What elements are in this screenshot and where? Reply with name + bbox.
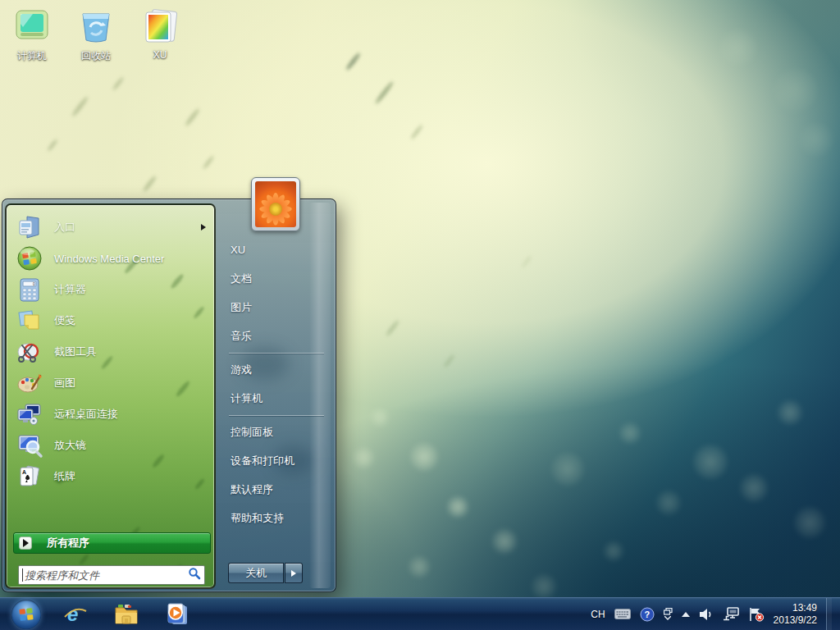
start-menu-item-calculator[interactable]: 0 计算器 — [7, 274, 214, 305]
show-desktop-button[interactable] — [826, 598, 832, 630]
avatar-flower-picture — [255, 181, 296, 227]
svg-text:A: A — [22, 469, 26, 475]
start-menu-computer[interactable]: 计算机 — [217, 384, 332, 413]
theme-picture-icon — [140, 5, 180, 48]
text-caret — [22, 568, 23, 582]
shutdown-options-arrow[interactable] — [285, 563, 303, 583]
start-menu-right-pane: XU 文档 图片 音乐 游戏 计算机 控制面板 设备和打印机 默认程序 帮助和支… — [217, 235, 332, 532]
submenu-arrow-icon — [201, 224, 206, 231]
taskbar: e — [0, 597, 840, 630]
desktop-icon-label: 计算机 — [17, 49, 47, 63]
start-menu-default-programs[interactable]: 默认程序 — [217, 475, 332, 504]
start-menu-program-list: 入口 — [7, 212, 214, 492]
desktop-icon-label: XU — [153, 49, 167, 61]
show-hidden-icons-button[interactable] — [682, 612, 690, 617]
start-menu-documents[interactable]: 文档 — [217, 264, 332, 293]
all-programs-arrow-icon — [19, 536, 32, 550]
desktop-icon-computer[interactable]: 计算机 — [7, 5, 57, 63]
start-menu-left-pane: 入口 — [5, 203, 216, 589]
start-menu-item-solitaire[interactable]: A 纸牌 — [7, 461, 214, 492]
taskbar-clock[interactable]: 13:49 2013/9/22 — [774, 602, 817, 627]
keyboard-icon[interactable] — [614, 609, 631, 619]
start-menu-item-remote-desktop[interactable]: 远程桌面连接 — [7, 399, 214, 430]
start-menu-pictures[interactable]: 图片 — [217, 293, 332, 322]
search-box — [18, 565, 205, 585]
desktop-icon-xu-theme[interactable]: XU — [135, 5, 185, 63]
internet-explorer-icon: e — [63, 602, 88, 627]
language-indicator[interactable]: CH — [591, 609, 605, 620]
action-center-flag-icon[interactable] — [748, 607, 765, 622]
start-menu-item-paint[interactable]: 画图 — [7, 368, 214, 399]
chevron-down-icon — [664, 616, 671, 620]
taskbar-internet-explorer[interactable]: e — [59, 600, 92, 629]
all-programs-button[interactable]: 所有程序 — [13, 532, 211, 554]
folder-icon — [114, 603, 139, 626]
start-menu-control-panel[interactable]: 控制面板 — [217, 418, 332, 446]
user-avatar[interactable] — [251, 177, 300, 231]
shutdown-button[interactable]: 关机 — [228, 563, 284, 583]
menu-item-label: Windows Media Center — [54, 253, 164, 265]
all-programs-label: 所有程序 — [47, 536, 89, 550]
start-menu-devices-printers[interactable]: 设备和打印机 — [217, 446, 332, 475]
search-icon[interactable] — [188, 567, 201, 583]
svg-text:?: ? — [644, 609, 650, 619]
window-switch-control[interactable] — [664, 608, 673, 620]
start-menu-games[interactable]: 游戏 — [217, 355, 332, 384]
computer-icon — [12, 5, 52, 48]
start-menu: XU 文档 图片 音乐 游戏 计算机 控制面板 设备和打印机 默认程序 帮助和支… — [2, 199, 336, 592]
start-menu-item-magnifier[interactable]: 放大镜 — [7, 430, 214, 461]
recycle-bin-icon — [76, 5, 116, 48]
menu-item-label: 便笺 — [54, 313, 75, 328]
clock-time: 13:49 — [774, 602, 817, 614]
search-input[interactable] — [25, 569, 188, 582]
taskbar-media-player[interactable] — [161, 600, 194, 629]
start-menu-item-windows-media-center[interactable]: Windows Media Center — [7, 243, 214, 274]
help-icon[interactable]: ? — [640, 607, 655, 622]
network-icon[interactable] — [723, 607, 739, 621]
up-arrow-icon — [682, 612, 690, 617]
menu-item-label: 截图工具 — [54, 345, 97, 359]
shutdown-controls: 关机 — [228, 563, 303, 583]
system-tray: CH ? — [591, 598, 840, 630]
start-menu-item-sticky-notes[interactable]: 便笺 — [7, 305, 214, 336]
desktop: 计算机 回收站 — [0, 0, 840, 630]
taskbar-buttons: e — [0, 600, 194, 629]
start-button[interactable] — [11, 600, 41, 629]
media-player-icon — [165, 602, 189, 627]
start-menu-user-link[interactable]: XU — [217, 235, 332, 264]
right-arrow-icon — [291, 570, 296, 577]
menu-item-label: 画图 — [54, 376, 75, 390]
getting-started-icon — [15, 212, 44, 242]
start-menu-item-getting-started[interactable]: 入口 — [7, 212, 214, 243]
solitaire-icon: A — [15, 462, 44, 491]
svg-text:0: 0 — [33, 281, 35, 286]
menu-item-label: 计算器 — [54, 282, 86, 297]
paint-icon — [15, 368, 44, 398]
menu-item-label: 纸牌 — [54, 469, 75, 484]
sticky-notes-icon — [15, 306, 44, 336]
menu-item-label: 放大镜 — [54, 438, 86, 453]
desktop-icon-recycle-bin[interactable]: 回收站 — [71, 5, 121, 63]
windows-media-center-icon — [15, 244, 44, 273]
windows-flag-icon — [18, 606, 34, 623]
calculator-icon: 0 — [15, 275, 44, 304]
menu-item-label: 入口 — [54, 220, 75, 235]
start-menu-help-support[interactable]: 帮助和支持 — [217, 504, 332, 532]
taskbar-windows-explorer[interactable] — [110, 600, 143, 629]
snipping-tool-icon — [15, 337, 44, 367]
volume-icon[interactable] — [699, 608, 714, 621]
restore-window-icon — [664, 608, 673, 615]
remote-desktop-icon — [15, 399, 44, 429]
magnifier-icon — [15, 431, 44, 460]
start-menu-music[interactable]: 音乐 — [217, 322, 332, 350]
desktop-icon-list: 计算机 回收站 — [7, 5, 185, 63]
start-menu-item-snipping-tool[interactable]: 截图工具 — [7, 336, 214, 368]
desktop-icon-label: 回收站 — [81, 49, 111, 63]
clock-date: 2013/9/22 — [774, 614, 817, 627]
menu-item-label: 远程桌面连接 — [54, 407, 118, 422]
